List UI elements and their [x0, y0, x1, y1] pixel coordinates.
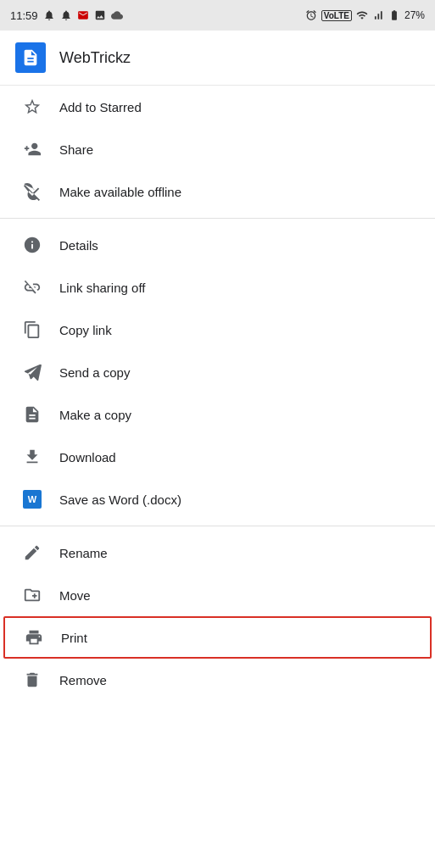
menu-item-share[interactable]: Share [0, 128, 435, 170]
star-icon [15, 97, 49, 116]
docs-icon [21, 48, 40, 67]
menu-item-make-copy[interactable]: Make a copy [0, 393, 435, 436]
share-person-icon [15, 140, 49, 159]
trash-icon [15, 670, 49, 689]
add-starred-label: Add to Starred [59, 100, 142, 114]
download-icon [15, 448, 49, 466]
copy-link-icon [15, 320, 49, 339]
menu-list: Add to Starred Share Make available offl… [0, 86, 435, 701]
rename-icon [15, 543, 49, 562]
menu-item-move[interactable]: Move [0, 574, 435, 616]
send-copy-label: Send a copy [59, 365, 130, 380]
copy-doc-icon [15, 405, 49, 424]
image-icon [94, 9, 106, 21]
wifi-icon [356, 9, 368, 21]
remove-label: Remove [59, 673, 107, 687]
divider-2 [0, 526, 435, 526]
bell-icon [43, 9, 55, 21]
details-label: Details [59, 238, 98, 253]
print-label: Print [61, 631, 87, 645]
share-label: Share [59, 142, 93, 157]
link-sharing-label: Link sharing off [59, 281, 145, 295]
menu-item-rename[interactable]: Rename [0, 531, 435, 574]
menu-item-send-copy[interactable]: Send a copy [0, 351, 435, 393]
status-time: 11:59 [10, 9, 38, 22]
menu-item-details[interactable]: Details [0, 224, 435, 266]
word-letter: W [23, 490, 42, 509]
status-bar: 11:59 VoLTE 27% [0, 0, 435, 31]
menu-item-save-word[interactable]: W Save as Word (.docx) [0, 478, 435, 520]
app-title: WebTrickz [59, 49, 131, 67]
battery-percent: 27% [404, 9, 425, 21]
menu-item-print[interactable]: Print [3, 616, 432, 659]
gmail-icon [77, 9, 89, 21]
signal-icon [372, 9, 384, 21]
volte-badge: VoLTE [321, 10, 352, 21]
save-word-label: Save as Word (.docx) [59, 492, 181, 507]
print-icon [17, 628, 51, 647]
make-copy-label: Make a copy [59, 408, 131, 422]
battery-icon [388, 9, 400, 21]
copy-link-label: Copy link [59, 323, 112, 337]
menu-item-add-starred[interactable]: Add to Starred [0, 86, 435, 128]
status-bar-left: 11:59 [10, 9, 123, 22]
bell2-icon [60, 9, 72, 21]
cloud-icon [111, 9, 123, 21]
link-off-icon [15, 278, 49, 297]
offline-check-icon [15, 182, 49, 201]
menu-item-offline[interactable]: Make available offline [0, 170, 435, 213]
offline-label: Make available offline [59, 185, 181, 199]
alarm-icon [305, 9, 317, 21]
menu-item-link-sharing[interactable]: Link sharing off [0, 266, 435, 309]
app-icon [15, 42, 46, 73]
menu-item-download[interactable]: Download [0, 436, 435, 478]
menu-item-remove[interactable]: Remove [0, 659, 435, 701]
move-label: Move [59, 588, 91, 603]
send-icon [15, 363, 49, 381]
move-icon [15, 586, 49, 604]
menu-item-copy-link[interactable]: Copy link [0, 309, 435, 351]
divider-1 [0, 218, 435, 219]
status-bar-right: VoLTE 27% [305, 9, 425, 21]
download-label: Download [59, 450, 116, 465]
app-header: WebTrickz [0, 31, 435, 86]
info-icon [15, 236, 49, 254]
word-icon: W [15, 490, 49, 509]
rename-label: Rename [59, 546, 108, 560]
